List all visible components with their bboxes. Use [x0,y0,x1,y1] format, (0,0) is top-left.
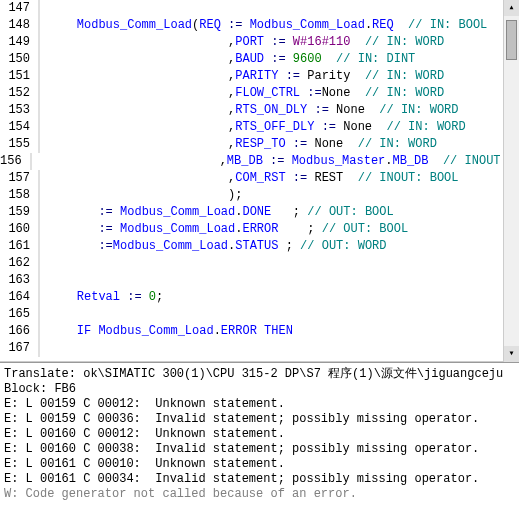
line-number: 159 [0,204,40,221]
code-line[interactable]: 152 ,FLOW_CTRL :=None // IN: WORD [0,85,519,102]
error-line[interactable]: E: L 00159 C 00012: Unknown statement. [4,397,515,412]
line-number: 149 [0,34,40,51]
code-line[interactable]: 151 ,PARITY := Parity // IN: WORD [0,68,519,85]
code-content[interactable]: Modbus_Comm_Load(REQ := Modbus_Comm_Load… [48,17,519,34]
translate-line: Translate: ok\SIMATIC 300(1)\CPU 315-2 D… [4,367,515,382]
code-line[interactable]: 162 [0,255,519,272]
code-content[interactable] [48,272,519,289]
code-line[interactable]: 163 [0,272,519,289]
code-content[interactable]: := Modbus_Comm_Load.ERROR ; // OUT: BOOL [48,221,519,238]
block-line: Block: FB6 [4,382,515,397]
scroll-thumb-v[interactable] [506,20,517,60]
line-number: 165 [0,306,40,323]
code-content[interactable] [48,306,519,323]
line-number: 157 [0,170,40,187]
line-number: 161 [0,238,40,255]
code-content[interactable]: ,COM_RST := REST // INOUT: BOOL [48,170,519,187]
code-line[interactable]: 166 IF Modbus_Comm_Load.ERROR THEN [0,323,519,340]
code-line[interactable]: 149 ,PORT := W#16#110 // IN: WORD [0,34,519,51]
error-line[interactable]: E: L 00159 C 00036: Invalid statement; p… [4,412,515,427]
line-number: 156 [0,153,32,170]
code-content[interactable]: ,FLOW_CTRL :=None // IN: WORD [48,85,519,102]
line-number: 158 [0,187,40,204]
code-content[interactable]: ); [48,187,519,204]
code-content[interactable]: ,RESP_TO := None // IN: WORD [48,136,519,153]
code-line[interactable]: 148 Modbus_Comm_Load(REQ := Modbus_Comm_… [0,17,519,34]
error-line[interactable]: E: L 00161 C 00034: Invalid statement; p… [4,472,515,487]
line-number: 151 [0,68,40,85]
error-line[interactable]: E: L 00161 C 00010: Unknown statement. [4,457,515,472]
code-line[interactable]: 153 ,RTS_ON_DLY := None // IN: WORD [0,102,519,119]
line-number: 152 [0,85,40,102]
error-line[interactable]: E: L 00160 C 00012: Unknown statement. [4,427,515,442]
output-panel[interactable]: Translate: ok\SIMATIC 300(1)\CPU 315-2 D… [0,362,519,502]
code-content[interactable] [48,340,519,357]
code-content[interactable] [48,255,519,272]
code-editor[interactable]: 147148 Modbus_Comm_Load(REQ := Modbus_Co… [0,0,519,362]
line-number: 155 [0,136,40,153]
code-content[interactable]: IF Modbus_Comm_Load.ERROR THEN [48,323,519,340]
code-content[interactable]: := Modbus_Comm_Load.DONE ; // OUT: BOOL [48,204,519,221]
line-number: 153 [0,102,40,119]
code-content[interactable]: Retval := 0; [48,289,519,306]
code-line[interactable]: 154 ,RTS_OFF_DLY := None // IN: WORD [0,119,519,136]
code-content[interactable] [48,0,519,17]
code-line[interactable]: 156 ,MB_DB := Modbus_Master.MB_DB // INO… [0,153,519,170]
line-number: 148 [0,17,40,34]
line-number: 150 [0,51,40,68]
code-line[interactable]: 150 ,BAUD := 9600 // IN: DINT [0,51,519,68]
line-number: 147 [0,0,40,17]
code-content[interactable]: ,PORT := W#16#110 // IN: WORD [48,34,519,51]
code-line[interactable]: 147 [0,0,519,17]
code-content[interactable]: ,BAUD := 9600 // IN: DINT [48,51,519,68]
line-number: 166 [0,323,40,340]
code-content[interactable]: :=Modbus_Comm_Load.STATUS ; // OUT: WORD [48,238,519,255]
code-line[interactable]: 157 ,COM_RST := REST // INOUT: BOOL [0,170,519,187]
code-line[interactable]: 159 := Modbus_Comm_Load.DONE ; // OUT: B… [0,204,519,221]
code-line[interactable]: 161 :=Modbus_Comm_Load.STATUS ; // OUT: … [0,238,519,255]
code-line[interactable]: 164 Retval := 0; [0,289,519,306]
code-line[interactable]: 160 := Modbus_Comm_Load.ERROR ; // OUT: … [0,221,519,238]
code-line[interactable]: 167 [0,340,519,357]
code-content[interactable]: ,MB_DB := Modbus_Master.MB_DB // INOUT: … [40,153,519,170]
code-line[interactable]: 155 ,RESP_TO := None // IN: WORD [0,136,519,153]
error-line[interactable]: E: L 00160 C 00038: Invalid statement; p… [4,442,515,457]
code-content[interactable]: ,RTS_ON_DLY := None // IN: WORD [48,102,519,119]
line-number: 164 [0,289,40,306]
line-number: 160 [0,221,40,238]
code-line[interactable]: 158 ); [0,187,519,204]
line-number: 167 [0,340,40,357]
line-number: 154 [0,119,40,136]
line-number: 162 [0,255,40,272]
line-number: 163 [0,272,40,289]
vertical-scrollbar[interactable]: ▴ ▾ [503,0,519,362]
scroll-down-arrow[interactable]: ▾ [504,346,519,362]
warning-line: W: Code generator not called because of … [4,487,515,502]
code-content[interactable]: ,PARITY := Parity // IN: WORD [48,68,519,85]
scroll-up-arrow[interactable]: ▴ [504,0,519,16]
code-content[interactable]: ,RTS_OFF_DLY := None // IN: WORD [48,119,519,136]
code-line[interactable]: 165 [0,306,519,323]
